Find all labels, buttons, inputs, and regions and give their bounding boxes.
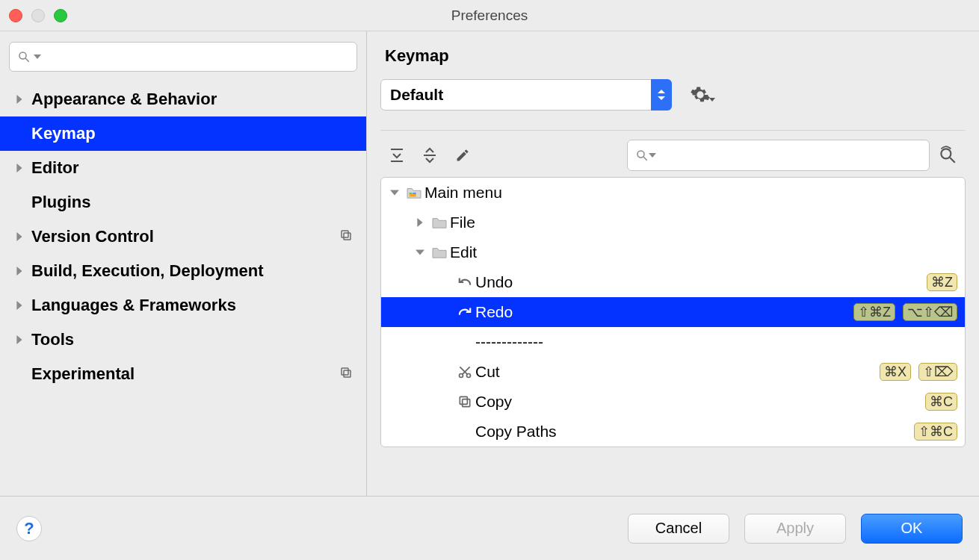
shortcut-badge: ⌘C bbox=[925, 393, 957, 411]
sidebar-item-appearance-behavior[interactable]: Appearance & Behavior bbox=[0, 82, 366, 116]
shortcut-badge: ⇧⌦ bbox=[918, 363, 957, 381]
disclosure-triangle-icon[interactable] bbox=[15, 95, 31, 104]
disclosure-triangle-icon[interactable] bbox=[386, 188, 404, 197]
tree-node-cut[interactable]: Cut⌘X⇧⌦ bbox=[381, 357, 965, 387]
chevron-down-icon bbox=[649, 152, 656, 159]
sidebar-item-build-execution-deployment[interactable]: Build, Execution, Deployment bbox=[0, 254, 366, 288]
zoom-window-button[interactable] bbox=[54, 9, 67, 22]
tree-node-redo[interactable]: Redo⇧⌘Z⌥⇧⌫ bbox=[381, 297, 965, 327]
sidebar-item-label: Experimental bbox=[31, 364, 339, 384]
tree-node-edit[interactable]: Edit bbox=[381, 237, 965, 267]
tree-node-label: Undo bbox=[475, 273, 927, 291]
shortcut-badge: ⌘Z bbox=[927, 273, 957, 291]
svg-rect-38 bbox=[460, 396, 467, 404]
tree-node-copy[interactable]: Copy⌘C bbox=[381, 387, 965, 417]
tree-node-copy-paths[interactable]: Copy Paths⇧⌘C bbox=[381, 417, 965, 447]
project-level-icon bbox=[339, 364, 353, 384]
svg-marker-7 bbox=[16, 232, 22, 241]
shortcuts: ⇧⌘Z⌥⇧⌫ bbox=[853, 303, 957, 321]
svg-rect-14 bbox=[344, 370, 350, 377]
tree-node-file[interactable]: File bbox=[381, 208, 965, 237]
collapse-all-icon bbox=[421, 147, 438, 164]
settings-search-input[interactable] bbox=[44, 49, 349, 64]
disclosure-triangle-icon[interactable] bbox=[411, 218, 429, 227]
titlebar: Preferences bbox=[0, 0, 979, 31]
chevron-down-icon bbox=[34, 53, 41, 60]
svg-rect-29 bbox=[410, 193, 413, 194]
shortcut-badge: ⌥⇧⌫ bbox=[903, 303, 957, 321]
tree-node-label: Cut bbox=[475, 363, 880, 381]
ok-button[interactable]: OK bbox=[861, 514, 963, 544]
sidebar-item-keymap[interactable]: Keymap bbox=[0, 116, 366, 151]
svg-marker-12 bbox=[16, 335, 22, 344]
tree-node-undo[interactable]: Undo⌘Z bbox=[381, 267, 965, 297]
disclosure-triangle-icon[interactable] bbox=[15, 301, 31, 310]
svg-point-0 bbox=[19, 52, 26, 59]
sidebar-item-editor[interactable]: Editor bbox=[0, 151, 366, 185]
shortcut-badge: ⌘X bbox=[880, 363, 911, 381]
sidebar-item-label: Plugins bbox=[31, 193, 353, 212]
shortcuts: ⌘Z bbox=[927, 273, 957, 291]
dialog-footer: ? Cancel Apply OK bbox=[0, 496, 979, 560]
svg-marker-2 bbox=[34, 55, 41, 59]
svg-rect-15 bbox=[342, 368, 348, 375]
shortcuts: ⇧⌘C bbox=[914, 423, 957, 441]
close-window-button[interactable] bbox=[9, 9, 22, 22]
actions-search[interactable] bbox=[627, 140, 930, 171]
svg-marker-32 bbox=[416, 249, 424, 255]
sidebar-item-tools[interactable]: Tools bbox=[0, 323, 366, 357]
tree-node-label: Copy Paths bbox=[475, 423, 914, 441]
window-controls bbox=[9, 9, 67, 22]
svg-rect-9 bbox=[342, 231, 348, 237]
svg-rect-28 bbox=[410, 194, 416, 197]
project-level-icon bbox=[339, 227, 353, 246]
actions-tree[interactable]: Main menuFileEditUndo⌘ZRedo⇧⌘Z⌥⇧⌫-------… bbox=[380, 177, 966, 447]
sidebar-item-languages-frameworks[interactable]: Languages & Frameworks bbox=[0, 288, 366, 323]
disclosure-triangle-icon[interactable] bbox=[15, 232, 31, 241]
svg-marker-11 bbox=[16, 301, 22, 310]
svg-rect-8 bbox=[344, 233, 350, 240]
collapse-all-button[interactable] bbox=[413, 140, 446, 170]
folder-icon bbox=[429, 216, 450, 229]
disclosure-triangle-icon[interactable] bbox=[15, 335, 31, 344]
settings-sidebar: Appearance & BehaviorKeymapEditorPlugins… bbox=[0, 31, 367, 496]
tree-node-main-menu[interactable]: Main menu bbox=[381, 178, 965, 208]
svg-marker-31 bbox=[417, 218, 422, 227]
minimize-window-button[interactable] bbox=[31, 9, 45, 22]
scheme-actions-button[interactable] bbox=[690, 84, 717, 105]
cut-icon bbox=[454, 364, 475, 379]
sidebar-item-label: Tools bbox=[31, 330, 353, 349]
select-carets-icon bbox=[651, 79, 672, 111]
find-by-shortcut-button[interactable] bbox=[930, 146, 966, 165]
shortcut-badge: ⇧⌘C bbox=[914, 423, 957, 441]
help-button[interactable]: ? bbox=[16, 516, 42, 541]
sidebar-item-experimental[interactable]: Experimental bbox=[0, 357, 366, 391]
svg-rect-30 bbox=[413, 193, 416, 194]
apply-button[interactable]: Apply bbox=[744, 514, 846, 544]
edit-shortcut-button[interactable] bbox=[446, 140, 479, 170]
keymap-scheme-value: Default bbox=[390, 86, 443, 104]
shortcut-badge: ⇧⌘Z bbox=[853, 303, 895, 321]
copy-icon bbox=[454, 394, 475, 409]
sidebar-item-version-control[interactable]: Version Control bbox=[0, 220, 366, 254]
disclosure-triangle-icon[interactable] bbox=[411, 248, 429, 257]
settings-search[interactable] bbox=[9, 42, 357, 72]
find-shortcut-icon bbox=[938, 146, 957, 165]
expand-all-icon bbox=[389, 147, 405, 164]
folder-icon bbox=[429, 246, 450, 259]
sidebar-item-plugins[interactable]: Plugins bbox=[0, 185, 366, 220]
actions-search-input[interactable] bbox=[656, 148, 921, 163]
cancel-button[interactable]: Cancel bbox=[628, 514, 729, 544]
shortcuts: ⌘X⇧⌦ bbox=[880, 363, 957, 381]
tree-node-label: File bbox=[450, 214, 957, 231]
gear-icon bbox=[690, 84, 711, 105]
svg-marker-27 bbox=[390, 190, 399, 195]
svg-marker-16 bbox=[658, 90, 665, 93]
svg-marker-17 bbox=[658, 96, 665, 100]
sidebar-item-label: Appearance & Behavior bbox=[31, 90, 353, 109]
expand-all-button[interactable] bbox=[380, 140, 413, 170]
tree-node-label: Copy bbox=[475, 393, 925, 411]
keymap-scheme-select[interactable]: Default bbox=[380, 79, 672, 111]
disclosure-triangle-icon[interactable] bbox=[15, 164, 31, 172]
disclosure-triangle-icon[interactable] bbox=[15, 267, 31, 276]
